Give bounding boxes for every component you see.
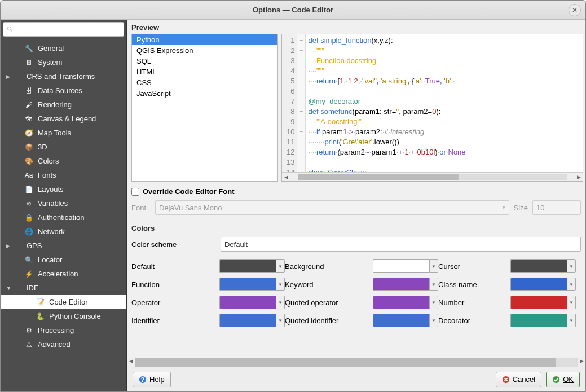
- chevron-down-icon: ▼: [501, 205, 506, 210]
- sidebar-item-variables[interactable]: ≋Variables: [1, 196, 126, 210]
- chevron-down-icon[interactable]: ▼: [567, 296, 576, 309]
- chevron-down-icon[interactable]: ▼: [276, 278, 285, 291]
- language-item[interactable]: Python: [132, 34, 277, 45]
- ok-icon: [552, 376, 560, 384]
- chevron-down-icon[interactable]: ▼: [276, 314, 285, 327]
- help-icon: ?: [139, 376, 147, 384]
- override-font-checkbox[interactable]: [131, 188, 139, 196]
- nav-icon: 🗄: [24, 86, 33, 95]
- color-label: Quoted identifier: [285, 316, 373, 325]
- chevron-down-icon[interactable]: ▼: [276, 296, 285, 309]
- nav-icon: 🧭: [24, 129, 33, 138]
- color-swatch[interactable]: ▼: [510, 278, 576, 291]
- sidebar-item-label: Canvas & Legend: [38, 114, 96, 123]
- chevron-down-icon[interactable]: ▼: [567, 314, 576, 327]
- sidebar-item-label: Network: [38, 227, 65, 236]
- color-swatch[interactable]: ▼: [510, 259, 576, 273]
- nav-icon: 🐍: [36, 312, 45, 321]
- color-label: Function: [131, 280, 219, 289]
- ok-button[interactable]: OK: [546, 372, 580, 387]
- nav-icon: 📄: [24, 185, 33, 194]
- color-scheme-combo[interactable]: Default: [221, 237, 581, 252]
- color-swatch[interactable]: ▼: [373, 278, 438, 291]
- sidebar-item-label: Locator: [38, 256, 62, 264]
- nav-icon: [13, 284, 22, 293]
- color-label: Number: [438, 298, 510, 307]
- code-hscrollbar[interactable]: ◀▶: [282, 172, 583, 181]
- language-list[interactable]: PythonQGIS ExpressionSQLHTMLCSSJavaScrip…: [131, 34, 278, 182]
- color-label: Class name: [438, 280, 510, 289]
- sidebar-item-canvas-legend[interactable]: 🗺Canvas & Legend: [1, 112, 126, 126]
- chevron-down-icon[interactable]: ▼: [429, 296, 438, 309]
- sidebar-item-3d[interactable]: 📦3D: [1, 140, 126, 154]
- color-label: Keyword: [285, 280, 373, 289]
- color-swatch[interactable]: ▼: [510, 296, 576, 309]
- preview-heading: Preview: [127, 20, 585, 34]
- color-label: Default: [131, 262, 219, 271]
- sidebar-item-label: Colors: [38, 157, 59, 165]
- nav-icon: ⚙: [24, 326, 33, 335]
- font-family-combo: DejaVu Sans Mono▼: [155, 200, 509, 215]
- sidebar-item-code-editor[interactable]: 📝Code Editor: [1, 295, 126, 309]
- sidebar-item-general[interactable]: 🔧General: [1, 41, 126, 55]
- sidebar-item-advanced[interactable]: ⚠Advanced: [1, 337, 126, 351]
- nav-icon: [13, 72, 22, 81]
- nav-icon: ⚠: [24, 340, 33, 349]
- color-swatch[interactable]: ▼: [373, 314, 438, 327]
- sidebar-item-crs-and-transforms[interactable]: ▶CRS and Transforms: [1, 69, 126, 83]
- sidebar-item-data-sources[interactable]: 🗄Data Sources: [1, 83, 126, 98]
- chevron-down-icon[interactable]: ▼: [429, 314, 438, 327]
- sidebar-item-system[interactable]: 🖥System: [1, 55, 126, 69]
- sidebar-item-label: Code Editor: [49, 298, 88, 306]
- svg-point-0: [8, 27, 11, 30]
- language-item[interactable]: SQL: [132, 56, 277, 67]
- chevron-down-icon[interactable]: ▼: [567, 278, 576, 291]
- content-hscrollbar[interactable]: ◀▶: [127, 358, 585, 367]
- color-swatch[interactable]: ▼: [373, 259, 438, 273]
- color-swatch[interactable]: ▼: [373, 296, 438, 309]
- nav-icon: 🔒: [24, 213, 33, 222]
- sidebar-item-layouts[interactable]: 📄Layouts: [1, 182, 126, 196]
- svg-point-5: [553, 376, 559, 382]
- language-item[interactable]: JavaScript: [132, 88, 277, 99]
- sidebar-item-map-tools[interactable]: 🧭Map Tools: [1, 126, 126, 140]
- sidebar-item-processing[interactable]: ⚙Processing: [1, 323, 126, 337]
- sidebar-item-acceleration[interactable]: ⚡Acceleration: [1, 267, 126, 281]
- chevron-down-icon[interactable]: ▼: [429, 259, 438, 273]
- sidebar-item-label: Map Tools: [38, 129, 71, 137]
- chevron-down-icon[interactable]: ▼: [567, 259, 576, 273]
- sidebar-item-colors[interactable]: 🎨Colors: [1, 154, 126, 168]
- nav-icon: 📦: [24, 143, 33, 152]
- color-swatch[interactable]: ▼: [219, 296, 285, 309]
- override-font-label: Override Code Editor Font: [143, 187, 235, 196]
- color-swatch[interactable]: ▼: [510, 314, 576, 327]
- color-scheme-label: Color scheme: [131, 240, 216, 249]
- svg-line-1: [11, 30, 12, 32]
- color-label: Cursor: [438, 262, 510, 271]
- help-button[interactable]: ? Help: [133, 372, 171, 387]
- code-preview: 1234567891011121314 −−−−− def·simple_fun…: [281, 34, 583, 182]
- color-swatch[interactable]: ▼: [219, 259, 285, 273]
- close-icon[interactable]: ✕: [569, 4, 581, 16]
- sidebar-item-fonts[interactable]: AaFonts: [1, 168, 126, 182]
- color-swatch[interactable]: ▼: [219, 278, 285, 291]
- sidebar-item-label: CRS and Transforms: [27, 72, 95, 81]
- sidebar-item-gps[interactable]: ▶GPS: [1, 239, 126, 253]
- sidebar-item-rendering[interactable]: 🖌Rendering: [1, 98, 126, 112]
- chevron-down-icon[interactable]: ▼: [276, 259, 285, 273]
- color-swatch[interactable]: ▼: [219, 314, 285, 327]
- window-title: Options — Code Editor: [253, 6, 333, 14]
- color-label: Operator: [131, 298, 219, 307]
- language-item[interactable]: CSS: [132, 77, 277, 88]
- sidebar-item-ide[interactable]: ▼IDE: [1, 281, 126, 295]
- search-input-wrap[interactable]: [3, 22, 124, 37]
- cancel-button[interactable]: Cancel: [496, 372, 541, 387]
- sidebar-item-network[interactable]: 🌐Network: [1, 224, 126, 239]
- sidebar-item-locator[interactable]: 🔍Locator: [1, 253, 126, 267]
- language-item[interactable]: HTML: [132, 67, 277, 77]
- sidebar-item-python-console[interactable]: 🐍Python Console: [1, 309, 126, 323]
- search-input[interactable]: [16, 25, 120, 34]
- chevron-down-icon[interactable]: ▼: [429, 278, 438, 291]
- language-item[interactable]: QGIS Expression: [132, 45, 277, 56]
- sidebar-item-authentication[interactable]: 🔒Authentication: [1, 210, 126, 224]
